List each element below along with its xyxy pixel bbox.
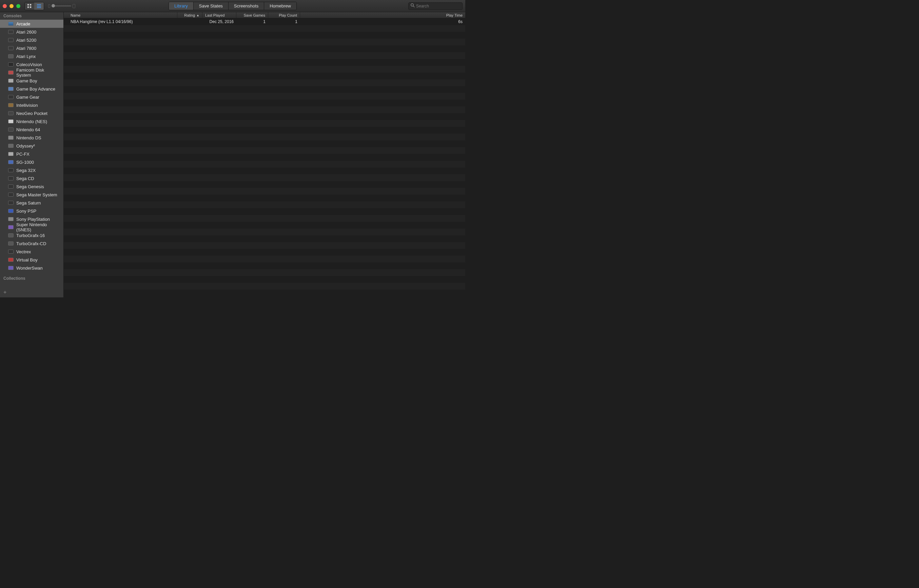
pcfx-console-icon (8, 152, 14, 156)
sidebar-item-sega-master-system[interactable]: Sega Master System (0, 191, 63, 199)
table-row-empty (64, 283, 465, 289)
table-row[interactable]: NBA Hangtime (rev L1.1 04/16/96)Dec 25, … (64, 18, 465, 25)
sidebar-item-turbografx-cd[interactable]: TurboGrafx-CD (0, 239, 63, 247)
sidebar-item-nintendo-64[interactable]: Nintendo 64 (0, 126, 63, 134)
sidebar-item-label: Nintendo DS (16, 135, 41, 141)
fullscreen-window-button[interactable] (16, 4, 20, 8)
snes-console-icon (8, 225, 14, 229)
sidebar-item-game-gear[interactable]: Game Gear (0, 93, 63, 101)
svg-line-8 (413, 6, 415, 8)
svg-rect-2 (27, 6, 29, 8)
sidebar-item-turbografx-16[interactable]: TurboGrafx-16 (0, 231, 63, 239)
s32x-console-icon (8, 168, 14, 172)
table-row-empty (64, 235, 465, 242)
table-row-empty (64, 86, 465, 93)
n64-console-icon (8, 128, 14, 132)
sidebar-item-sg-1000[interactable]: SG-1000 (0, 158, 63, 166)
svg-rect-4 (37, 4, 41, 5)
saturn-console-icon (8, 201, 14, 205)
sidebar-item-famicom-disk-system[interactable]: Famicom Disk System (0, 68, 63, 77)
column-header-last-played[interactable]: Last Played (202, 12, 236, 18)
sidebar-item-wonderswan[interactable]: WonderSwan (0, 264, 63, 272)
zoom-max-icon (73, 4, 75, 8)
sidebar-item-pc-fx[interactable]: PC-FX (0, 150, 63, 158)
sidebar-item-sega-saturn[interactable]: Sega Saturn (0, 199, 63, 207)
sidebar-item-sega-32x[interactable]: Sega 32X (0, 166, 63, 174)
minimize-window-button[interactable] (10, 4, 14, 8)
main-area: ConsolesArcadeAtari 2600Atari 5200Atari … (0, 12, 465, 297)
sidebar-item-neogeo-pocket[interactable]: NeoGeo Pocket (0, 109, 63, 117)
sidebar-item-odyssey-[interactable]: Odyssey² (0, 142, 63, 150)
tab-library[interactable]: Library (169, 2, 194, 10)
cell-save-games: 1 (236, 19, 268, 25)
sidebar-item-label: Sony PlayStation (16, 217, 50, 222)
add-collection-button[interactable]: + (0, 287, 63, 297)
sidebar-item-virtual-boy[interactable]: Virtual Boy (0, 256, 63, 264)
zoom-knob[interactable] (52, 4, 55, 8)
sidebar-item-intellivision[interactable]: Intellivision (0, 101, 63, 109)
sidebar-item-sega-cd[interactable]: Sega CD (0, 174, 63, 183)
zoom-track (52, 5, 71, 6)
nes-console-icon (8, 120, 14, 123)
sidebar-item-label: Nintendo (NES) (16, 119, 47, 124)
grid-view-button[interactable] (25, 2, 34, 10)
titlebar: LibrarySave StatesScreenshotsHomebrew (0, 0, 465, 12)
table-row-empty (64, 52, 465, 59)
table-body[interactable]: NBA Hangtime (rev L1.1 04/16/96)Dec 25, … (64, 18, 465, 297)
table-row-empty (64, 242, 465, 249)
sidebar-item-sony-psp[interactable]: Sony PSP (0, 207, 63, 215)
sidebar-item-label: Game Gear (16, 95, 39, 100)
tab-save-states[interactable]: Save States (194, 2, 229, 10)
sidebar-item-nintendo-ds[interactable]: Nintendo DS (0, 134, 63, 142)
sidebar-item-label: Sega Master System (16, 192, 57, 197)
svg-rect-5 (37, 6, 41, 6)
sidebar-section-collections: Collections (0, 275, 63, 282)
column-header-name[interactable]: Name (64, 12, 178, 18)
tab-homebrew[interactable]: Homebrew (264, 2, 296, 10)
sidebar-item-atari-lynx[interactable]: Atari Lynx (0, 52, 63, 60)
zoom-min-icon (48, 5, 50, 8)
sidebar-item-label: Atari Lynx (16, 54, 36, 59)
scd-console-icon (8, 176, 14, 180)
column-header-play-time[interactable]: Play Time (300, 12, 465, 18)
table-row-empty (64, 45, 465, 52)
search-field[interactable] (408, 2, 462, 10)
sidebar-item-nintendo-nes-[interactable]: Nintendo (NES) (0, 117, 63, 126)
sidebar-item-arcade[interactable]: Arcade (0, 20, 63, 28)
table-row-empty (64, 202, 465, 208)
sidebar-item-label: NeoGeo Pocket (16, 111, 47, 116)
table-row-empty (64, 107, 465, 113)
sidebar-item-super-nintendo-snes-[interactable]: Super Nintendo (SNES) (0, 223, 63, 231)
table-row-empty (64, 249, 465, 256)
sidebar-item-vectrex[interactable]: Vectrex (0, 247, 63, 256)
table-row-empty (64, 120, 465, 127)
tgcd-console-icon (8, 241, 14, 246)
coleco-console-icon (8, 62, 14, 66)
close-window-button[interactable] (3, 4, 7, 8)
search-input[interactable] (416, 4, 460, 8)
lynx-console-icon (8, 54, 14, 58)
column-header-play-count[interactable]: Play Count (268, 12, 300, 18)
tab-screenshots[interactable]: Screenshots (229, 2, 264, 10)
column-header-rating[interactable]: Rating ▲ (178, 12, 202, 18)
list-view-button[interactable] (34, 2, 44, 10)
nds-console-icon (8, 136, 14, 140)
atari-console-icon (8, 30, 14, 34)
sidebar-item-sega-genesis[interactable]: Sega Genesis (0, 183, 63, 191)
gg-console-icon (8, 95, 14, 99)
sidebar-item-game-boy-advance[interactable]: Game Boy Advance (0, 85, 63, 93)
sidebar-item-atari-5200[interactable]: Atari 5200 (0, 36, 63, 44)
sidebar-item-atari-7800[interactable]: Atari 7800 (0, 44, 63, 52)
sidebar-item-label: Sega Saturn (16, 200, 41, 205)
table-row-empty (64, 134, 465, 141)
sidebar-item-label: Atari 5200 (16, 38, 36, 43)
content-area: Name Rating ▲ Last Played Save Games Pla… (64, 12, 465, 297)
table-row-empty (64, 289, 465, 296)
zoom-slider[interactable] (48, 4, 75, 8)
column-header-save-games[interactable]: Save Games (236, 12, 268, 18)
sidebar-item-game-boy[interactable]: Game Boy (0, 77, 63, 85)
sidebar-item-atari-2600[interactable]: Atari 2600 (0, 28, 63, 36)
sidebar-item-label: WonderSwan (16, 265, 43, 271)
sms-console-icon (8, 192, 14, 197)
vb-console-icon (8, 258, 14, 262)
